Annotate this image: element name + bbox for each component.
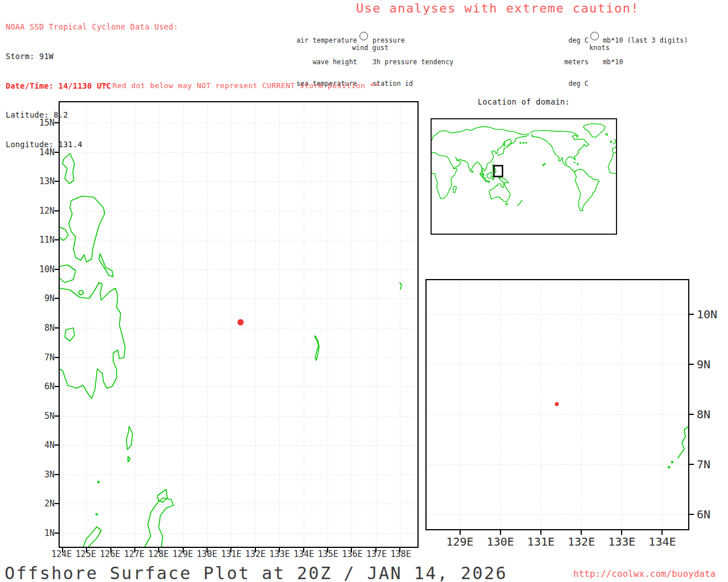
coastline-aleutian-1 (520, 142, 521, 143)
lat-tick-label: 5N (44, 411, 55, 421)
coastline-aleutian-2 (523, 142, 524, 143)
coastline-palau (315, 336, 319, 360)
coastline-cuba (573, 162, 576, 163)
coastline-africa-east-south (431, 168, 457, 199)
inset-lat-label: 8N (697, 408, 710, 421)
coastline-catanduanes (63, 153, 75, 184)
lat-tick-label: 8N (44, 323, 55, 333)
coastline-iceland (606, 134, 608, 136)
storm-position-dot (238, 319, 244, 326)
main-map-latitude-axis: 15N 14N 13N 12N 11N 10N 9N 8N 7N 6N 5N 4… (20, 118, 55, 538)
units-wave-height: meters (535, 59, 589, 66)
coastline-siau-island (96, 514, 98, 516)
inset-lon-label: 131E (520, 535, 561, 548)
lat-tick-label: 6N (44, 381, 55, 392)
coastline-morotai (158, 489, 167, 502)
inset-lat-label: 9N (697, 357, 710, 371)
inset-lon-label: 130E (480, 535, 520, 548)
coastline-kuril-1 (507, 146, 508, 147)
main-map-ticks (55, 123, 400, 552)
world-map-canvas (431, 118, 617, 235)
inset-lat-label: 6N (697, 508, 710, 521)
buoydata-link[interactable]: http://coolwx.com/buoydata (573, 569, 715, 579)
coastline-masbate (59, 227, 68, 240)
coastline-eurasia-north (431, 127, 529, 143)
coastline-ireland (610, 141, 612, 143)
philippines-coastlines-group (59, 153, 402, 547)
inset-map-ticks (460, 314, 694, 535)
coastline-dinagat-siargao (99, 253, 113, 277)
coastline-halmahera (144, 498, 173, 547)
coastline-north-america-east-arctic (530, 130, 589, 164)
coastline-hawaii-1 (544, 164, 545, 165)
coastline-greenland (584, 124, 605, 138)
inset-longitude-axis: 129E 130E 131E 132E 133E 134E (440, 535, 682, 548)
coastline-new-guinea (498, 177, 508, 184)
lat-tick-label: 13N (39, 176, 55, 186)
legend-air-temperature: air temperature (284, 37, 357, 44)
coastline-sri-lanka (471, 171, 473, 173)
main-map-canvas (55, 97, 423, 556)
coastline-lake-lanao (65, 328, 75, 341)
inset-lon-label: 129E (440, 535, 480, 548)
units-sea-temp: deg C (535, 80, 589, 88)
inset-lat-label: 10N (697, 307, 717, 321)
coastline-palau-islet-2 (668, 467, 670, 468)
station-model-circle-icon (359, 32, 368, 40)
coastline-australia (489, 184, 510, 202)
lat-tick-label: 14N (39, 147, 55, 157)
lat-tick-label: 2N (44, 498, 55, 509)
domain-map-title: Location of domain: (431, 97, 617, 106)
lat-tick-label: 4N (44, 440, 55, 450)
legend-wave-height: wave height (284, 59, 357, 66)
coastline-borneo (487, 172, 492, 179)
caution-banner: Use analyses with extreme caution! (330, 1, 665, 15)
coastline-palau-islet-1 (672, 462, 673, 463)
coastline-north-america-west (531, 135, 577, 172)
inset-lon-label: 134E (642, 535, 682, 548)
coastline-camiguin (78, 290, 84, 295)
legend-pressure-tendency: 3h pressure tendency (373, 59, 453, 66)
legend-wind-gust: wind gust (333, 44, 407, 52)
coastline-hispaniola (577, 164, 578, 165)
coastline-palau-inset (678, 426, 689, 458)
plot-title: Offshore Surface Plot at 20Z / JAN 14, 2… (5, 563, 507, 582)
coastline-kuril-3 (510, 143, 511, 144)
legend-pressure: pressure (373, 37, 453, 44)
lat-tick-label: 12N (39, 206, 55, 216)
data-source-line: NOAA SSD Tropical Cyclone Data Used: (6, 22, 178, 32)
coastline-madagascar (453, 186, 457, 193)
coastline-tasmania (506, 203, 508, 205)
coastline-sakhalin (504, 142, 504, 147)
coastline-talaud-small (128, 456, 130, 462)
storm-position-warning: ** Red dot below may NOT represent CURRE… (59, 81, 419, 90)
storm-id-line: Storm: 91W (6, 52, 178, 61)
coastline-britain (613, 140, 617, 144)
domain-extent-box (494, 166, 503, 177)
lat-tick-label: 10N (39, 264, 55, 275)
units-air-temp: deg C (535, 37, 589, 44)
lat-tick-label: 1N (44, 528, 55, 538)
coastline-sumatra (480, 173, 486, 180)
coastline-japan (498, 148, 506, 156)
units-legend-left-column: deg C meters deg C (535, 22, 589, 95)
inset-lon-label: 133E (602, 535, 642, 548)
inset-latitude-axis: 10N 9N 8N 7N 6N (697, 307, 728, 521)
coastline-java (485, 181, 490, 182)
coastline-bohol (59, 265, 76, 282)
lat-tick-label: 11N (39, 235, 55, 245)
inset-coastlines-group (668, 426, 689, 468)
lat-tick-label: 15N (39, 118, 55, 128)
units-pressure-tendency: mb*10 (603, 59, 688, 66)
coastline-kuril-2 (508, 145, 510, 146)
coastline-new-zealand (517, 201, 523, 206)
coastline-south-america (574, 169, 599, 211)
inset-lat-label: 7N (697, 458, 710, 471)
lat-tick-label: 3N (44, 469, 55, 480)
world-coastlines-group (431, 124, 617, 211)
coastline-talaud-islands (126, 426, 133, 450)
coastline-hawaii-2 (543, 165, 544, 166)
coastline-sulawesi-tip (83, 527, 101, 547)
lat-tick-label: 9N (44, 293, 55, 304)
coastline-east-south-asia (431, 135, 529, 176)
